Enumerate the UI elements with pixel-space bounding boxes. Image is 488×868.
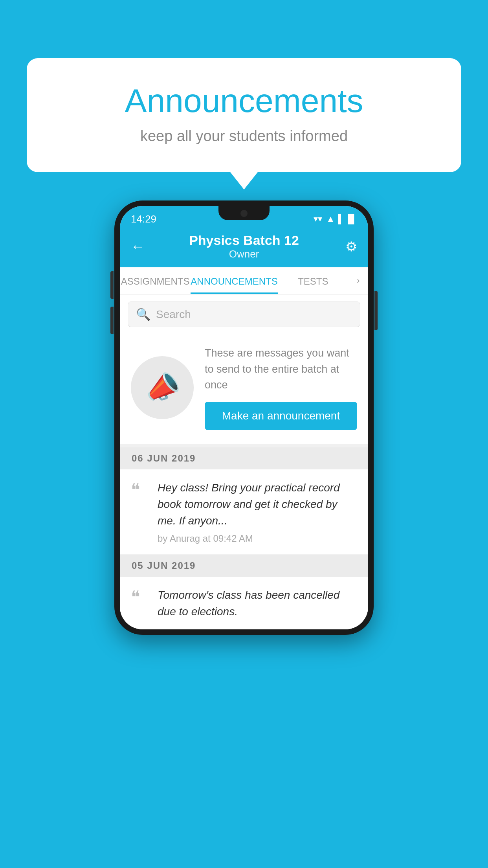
tab-assignments[interactable]: ASSIGNMENTS	[120, 267, 191, 294]
back-button[interactable]: ←	[131, 238, 150, 255]
date-separator-1: 06 JUN 2019	[120, 447, 368, 469]
message-text-2: Tomorrow's class has been cancelled due …	[158, 587, 357, 620]
search-bar[interactable]: 🔍 Search	[128, 302, 360, 327]
message-text-1: Hey class! Bring your practical record b…	[158, 480, 357, 529]
settings-icon[interactable]: ⚙	[338, 239, 357, 254]
promo-content: These are messages you want to send to t…	[205, 345, 357, 430]
announcements-subtitle: keep all your students informed	[58, 128, 430, 145]
phone-mockup: 14:29 ▾▾ ▲▐ ▐▌ ← Physics Batch 12 Owner …	[114, 200, 374, 635]
signal-icon: ▲▐	[326, 214, 341, 224]
phone-screen: 14:29 ▾▾ ▲▐ ▐▌ ← Physics Batch 12 Owner …	[120, 206, 368, 629]
make-announcement-button[interactable]: Make an announcement	[205, 402, 357, 430]
power-button	[374, 291, 378, 330]
battery-icon: ▐▌	[345, 214, 357, 224]
message-content-2: Tomorrow's class has been cancelled due …	[158, 587, 357, 624]
speech-bubble-card: Announcements keep all your students inf…	[27, 58, 461, 172]
message-content-1: Hey class! Bring your practical record b…	[158, 480, 357, 544]
promo-icon-circle: 📣	[131, 356, 194, 419]
tab-more[interactable]: ›	[349, 267, 368, 294]
search-icon: 🔍	[136, 307, 150, 321]
wifi-icon: ▾▾	[314, 214, 322, 224]
search-placeholder: Search	[156, 308, 191, 321]
search-bar-container: 🔍 Search	[120, 294, 368, 334]
tab-tests[interactable]: TESTS	[278, 267, 349, 294]
announcement-promo-block: 📣 These are messages you want to send to…	[120, 334, 368, 447]
date-separator-2: 05 JUN 2019	[120, 555, 368, 577]
promo-description: These are messages you want to send to t…	[205, 345, 357, 393]
message-meta-1: by Anurag at 09:42 AM	[158, 533, 357, 544]
megaphone-icon: 📣	[141, 367, 184, 408]
status-icons: ▾▾ ▲▐ ▐▌	[314, 214, 357, 224]
header-title-block: Physics Batch 12 Owner	[189, 233, 299, 260]
app-header: ← Physics Batch 12 Owner ⚙	[120, 227, 368, 267]
speech-bubble-section: Announcements keep all your students inf…	[27, 58, 461, 172]
status-time: 14:29	[131, 213, 156, 225]
phone-notch	[218, 206, 270, 220]
tab-announcements[interactable]: ANNOUNCEMENTS	[191, 267, 277, 294]
tabs-bar: ASSIGNMENTS ANNOUNCEMENTS TESTS ›	[120, 267, 368, 294]
quote-icon: ❝	[131, 481, 148, 544]
quote-icon-2: ❝	[131, 588, 148, 624]
announcement-item-1[interactable]: ❝ Hey class! Bring your practical record…	[120, 469, 368, 555]
announcements-heading: Announcements	[58, 82, 430, 120]
batch-role: Owner	[189, 248, 299, 260]
announcement-item-2[interactable]: ❝ Tomorrow's class has been cancelled du…	[120, 577, 368, 629]
volume-down-button	[110, 307, 114, 334]
batch-title: Physics Batch 12	[189, 233, 299, 248]
volume-up-button	[110, 271, 114, 299]
front-camera	[240, 210, 248, 217]
